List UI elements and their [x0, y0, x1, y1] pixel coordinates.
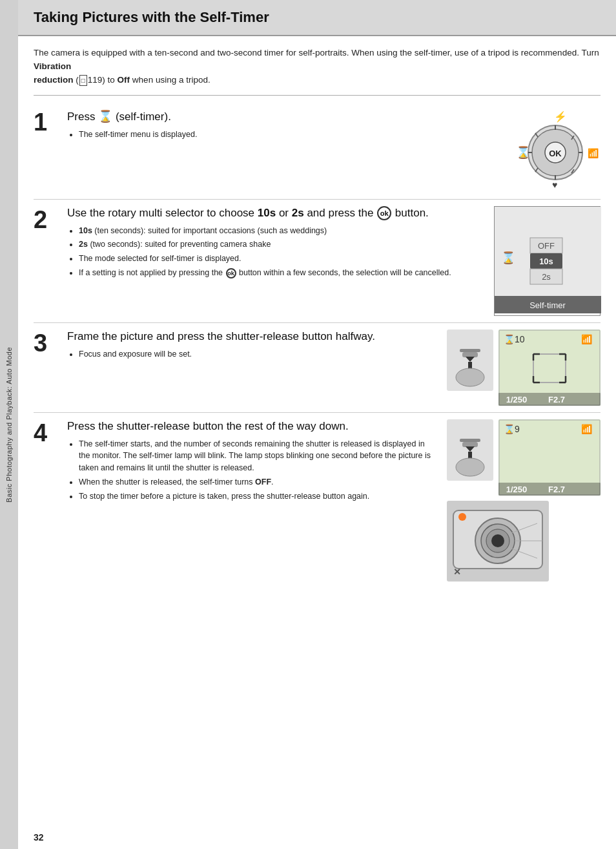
main-content: Taking Pictures with the Self-Timer The …: [18, 0, 616, 849]
svg-text:OFF: OFF: [538, 241, 555, 251]
svg-text:✕: ✕: [453, 567, 461, 577]
svg-text:⌛9: ⌛9: [504, 424, 520, 435]
step-2-row: 2 Use the rotary multi selector to choos…: [34, 200, 601, 323]
page-container: Basic Photography and Playback: Auto Mod…: [0, 0, 616, 849]
step-3-viewfinder: ⌛10 📶 1/250 F2.7: [498, 330, 601, 406]
step-3-bullets: Focus and exposure will be set.: [67, 348, 436, 361]
shutter-press-icon: [447, 330, 493, 391]
svg-text:2s: 2s: [542, 272, 551, 282]
step-2-bullet-2: 2s (two seconds): suited for preventing …: [79, 238, 484, 251]
step-2-title: Use the rotary multi selector to choose …: [67, 206, 484, 221]
svg-text:1/250: 1/250: [506, 395, 528, 404]
sidebar-label: Basic Photography and Playback: Auto Mod…: [5, 347, 13, 503]
step-4-bullet-1: The self-timer starts, and the number of…: [79, 438, 436, 474]
svg-text:1/250: 1/250: [506, 485, 528, 494]
svg-text:F2.7: F2.7: [548, 395, 565, 404]
svg-rect-47: [461, 463, 479, 471]
step-3-images: ⌛10 📶 1/250 F2.7: [447, 330, 601, 406]
svg-text:Self-timer: Self-timer: [529, 300, 566, 310]
content-area: The camera is equipped with a ten-second…: [18, 36, 616, 826]
page-number: 32: [34, 832, 44, 843]
step-2-bullet-1: 10s (ten seconds): suited for important …: [79, 225, 484, 237]
intro-book-ref: 119: [88, 75, 103, 85]
step-1-row: 1 Press ⌛ (self-timer). The self-timer m…: [34, 102, 601, 200]
svg-text:⚡: ⚡: [554, 110, 567, 123]
svg-point-60: [491, 534, 504, 547]
book-icon: □: [79, 75, 87, 87]
step-2-number: 2: [34, 207, 57, 232]
step-2-bullets: 10s (ten seconds): suited for important …: [67, 225, 484, 279]
step-4-shutter-icon: [447, 419, 493, 481]
svg-point-61: [458, 513, 466, 521]
step-1-image: ⚡ OK: [484, 109, 601, 193]
svg-text:📶: 📶: [581, 424, 593, 435]
step-1-title: Press ⌛ (self-timer).: [67, 109, 474, 125]
step-4-viewfinder: ⌛9 📶 1/250 F2.7: [498, 419, 601, 496]
step-4-top-images: ⌛9 📶 1/250 F2.7: [447, 419, 601, 496]
svg-rect-27: [460, 349, 480, 352]
sidebar: Basic Photography and Playback: Auto Mod…: [0, 0, 18, 849]
svg-text:10s: 10s: [539, 257, 553, 266]
intro-text-before: The camera is equipped with a ten-second…: [34, 48, 599, 58]
svg-text:⌛: ⌛: [501, 251, 516, 265]
step-3-title: Frame the picture and press the shutter-…: [67, 330, 436, 344]
step-4-images: ⌛9 📶 1/250 F2.7: [447, 419, 601, 582]
svg-rect-42: [460, 439, 480, 442]
intro-off: Off: [118, 75, 130, 85]
svg-text:OK: OK: [549, 149, 562, 158]
page-footer: 32: [18, 826, 616, 849]
intro-paragraph: The camera is equipped with a ten-second…: [34, 47, 601, 87]
svg-text:F2.7: F2.7: [548, 485, 565, 494]
intro-bold: Vibrationreduction: [34, 61, 74, 85]
step-2-content: Use the rotary multi selector to choose …: [67, 206, 484, 281]
svg-text:📶: 📶: [588, 148, 599, 159]
step-4-bullet-3: To stop the timer before a picture is ta…: [79, 490, 436, 503]
step-3-number: 3: [34, 331, 57, 355]
svg-rect-28: [462, 352, 478, 357]
step-4-content: Press the shutter-release button the res…: [67, 419, 436, 505]
step-2-bullet-3: The mode selected for self-timer is disp…: [79, 253, 484, 265]
svg-text:📶: 📶: [581, 334, 593, 345]
step-3-content: Frame the picture and press the shutter-…: [67, 330, 436, 362]
step-3-row: 3 Frame the picture and press the shutte…: [34, 323, 601, 413]
step-2-image: ⌛ OFF 10s 2s Self-timer: [494, 206, 601, 316]
step-2-bullet-4: If a setting is not applied by pressing …: [79, 267, 484, 279]
step-4-number: 4: [34, 421, 57, 445]
ok-inline-icon: ok: [226, 268, 236, 278]
step-3-bullet-1: Focus and exposure will be set.: [79, 348, 436, 361]
section-divider-0: [34, 95, 601, 96]
step-1-bullets: The self-timer menu is displayed.: [67, 129, 474, 141]
step-4-row: 4 Press the shutter-release button the r…: [34, 413, 601, 588]
step-1-bullet-1: The self-timer menu is displayed.: [79, 129, 474, 141]
svg-rect-43: [462, 442, 478, 447]
step-4-bullet-2: When the shutter is released, the self-t…: [79, 476, 436, 488]
step-4-bullets: The self-timer starts, and the number of…: [67, 438, 436, 503]
step-1-content: Press ⌛ (self-timer). The self-timer men…: [67, 109, 474, 143]
page-title: Taking Pictures with the Self-Timer: [34, 9, 601, 26]
page-header: Taking Pictures with the Self-Timer: [18, 0, 616, 36]
svg-text:⌛: ⌛: [516, 145, 531, 160]
step-4-title: Press the shutter-release button the res…: [67, 419, 436, 434]
svg-rect-32: [461, 373, 479, 381]
step-1-number: 1: [34, 110, 57, 134]
intro-text-end: when using a tripod.: [130, 75, 210, 85]
svg-text:♥: ♥: [552, 180, 557, 190]
step-4-camera-image: ✕: [447, 501, 549, 582]
svg-text:⌛10: ⌛10: [504, 334, 525, 345]
ok-button-icon: ok: [377, 206, 391, 220]
